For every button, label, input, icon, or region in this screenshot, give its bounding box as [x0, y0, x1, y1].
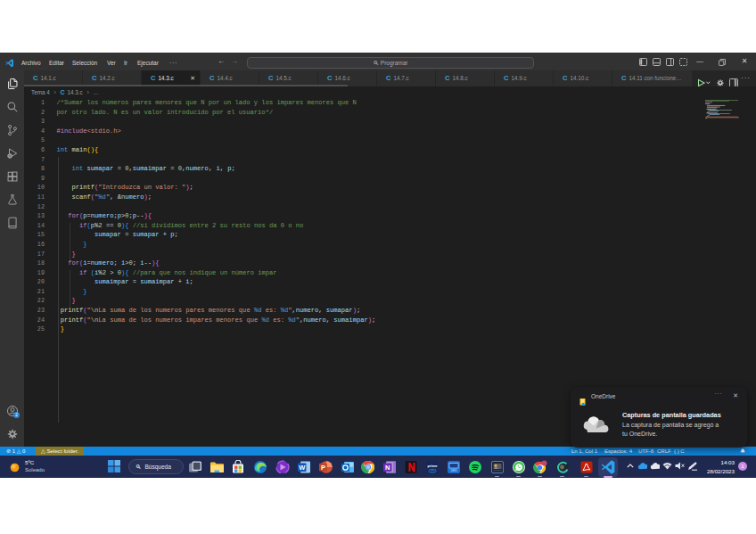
svg-text:UHD: UHD — [451, 469, 458, 472]
svg-text:P: P — [321, 463, 325, 471]
svg-text:W: W — [299, 463, 306, 471]
svg-text:video: video — [429, 468, 436, 472]
svg-text:prime: prime — [428, 463, 439, 467]
svg-text:N: N — [385, 463, 390, 471]
